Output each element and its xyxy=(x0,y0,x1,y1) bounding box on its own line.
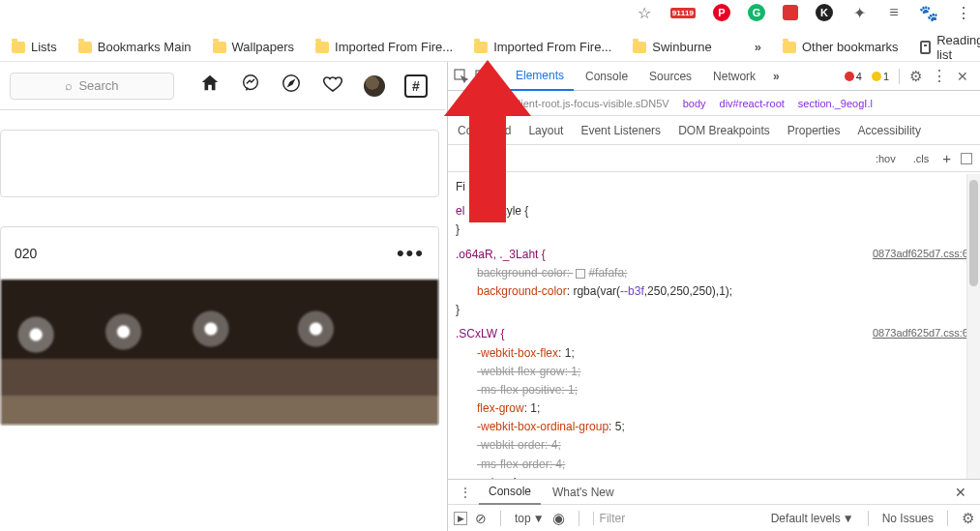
bookmark-label: Bookmarks Main xyxy=(98,40,192,54)
folder-icon xyxy=(474,42,488,53)
css-declaration[interactable]: -ms-flex-positive: 1; xyxy=(456,381,972,399)
live-expression-icon[interactable]: ◉ xyxy=(552,510,565,527)
bookmark-folder[interactable]: Imported From Fire... xyxy=(315,40,453,54)
css-declaration[interactable]: -ms-flex-order: 4; xyxy=(456,456,972,474)
activity-heart-icon[interactable] xyxy=(321,72,344,101)
devtools-menu-icon[interactable]: ⋮ xyxy=(932,67,947,85)
css-declaration[interactable]: -webkit-box-ordinal-group: 5; xyxy=(456,418,972,436)
reading-list-icon[interactable]: ≡ xyxy=(885,4,903,21)
css-declaration[interactable]: -webkit-box-flex: 1; xyxy=(456,344,972,363)
extension-red-icon[interactable] xyxy=(783,5,798,20)
reading-list-label: Reading list xyxy=(936,33,980,62)
gmail-badge[interactable]: 91119 xyxy=(670,8,696,18)
post-date: 020 xyxy=(15,246,37,261)
bookmark-label: Wallpapers xyxy=(232,40,295,54)
page-content: ⌕ Search # 020 ••• xyxy=(0,62,445,531)
extensions-icon[interactable]: ✦ xyxy=(850,4,868,21)
css-declaration[interactable]: background-color: rgba(var(--b3f,250,250… xyxy=(456,282,972,301)
console-settings-icon[interactable]: ⚙ xyxy=(962,510,974,527)
grammarly-icon[interactable]: G xyxy=(748,4,765,21)
issues-button[interactable]: No Issues xyxy=(882,512,934,525)
subtab-accessibility[interactable]: Accessibility xyxy=(858,124,921,137)
extension-k-icon[interactable]: K xyxy=(816,4,833,21)
scrollbar-thumb[interactable] xyxy=(969,180,978,286)
rule-selector: .SCxLW { xyxy=(456,327,504,340)
style-rule: 0873adf625d7.css:6 .SCxLW { -webkit-box-… xyxy=(456,325,972,479)
css-declaration[interactable]: flex-grow: 1; xyxy=(456,399,972,418)
hov-toggle[interactable]: :hov xyxy=(872,152,900,165)
style-rule: Fi xyxy=(456,178,972,196)
bookmark-label: Imported From Fire... xyxy=(335,40,453,54)
bookmark-label: Other bookmarks xyxy=(802,40,899,54)
devtools-drawer: ⋮ Console What's New ✕ ▶ ⊘ top ▼ ◉ Filte… xyxy=(448,479,980,531)
hashtag-button[interactable]: # xyxy=(404,74,428,98)
log-levels-selector[interactable]: Default levels ▼ xyxy=(771,512,854,525)
warning-count[interactable]: 1 xyxy=(872,71,889,82)
search-icon: ⌕ xyxy=(65,78,73,93)
rule-selector: .o64aR, ._3Laht { xyxy=(456,248,546,261)
scrollbar[interactable] xyxy=(966,174,980,479)
drawer-tab-console[interactable]: Console xyxy=(479,480,541,505)
app-topbar: ⌕ Search # xyxy=(0,62,445,110)
context-selector[interactable]: top ▼ xyxy=(515,512,545,525)
bookmark-folder[interactable]: Wallpapers xyxy=(213,40,295,54)
source-link[interactable]: 0873adf625d7.css:6 xyxy=(873,246,968,263)
bookmark-folder[interactable]: Swinburne xyxy=(633,40,711,54)
folder-icon xyxy=(213,42,226,53)
bookmark-folder[interactable]: Lists xyxy=(12,40,57,54)
post-image[interactable] xyxy=(1,280,438,425)
source-link[interactable]: 0873adf625d7.css:6 xyxy=(873,325,968,342)
subtab-dom-breakpoints[interactable]: DOM Breakpoints xyxy=(678,124,770,137)
stories-strip[interactable] xyxy=(0,130,439,197)
bookmark-label: Imported From Fire... xyxy=(493,40,611,54)
explore-icon[interactable] xyxy=(281,73,302,100)
subtab-event-listeners[interactable]: Event Listeners xyxy=(580,124,661,137)
chrome-menu-icon[interactable]: ⋮ xyxy=(955,4,972,21)
folder-icon xyxy=(633,42,646,53)
style-rule: 0873adf625d7.css:6 .o64aR, ._3Laht { bac… xyxy=(456,246,972,320)
tabs-overflow[interactable]: » xyxy=(767,70,786,83)
post-more-button[interactable]: ••• xyxy=(397,241,425,266)
pinterest-icon[interactable]: P xyxy=(713,4,730,21)
crumb-item[interactable]: body xyxy=(683,98,706,109)
drawer-close-icon[interactable]: ✕ xyxy=(947,485,974,500)
crumb-item[interactable]: div#react-root xyxy=(720,98,785,109)
bookmark-folder[interactable]: Bookmarks Main xyxy=(78,40,192,54)
settings-gear-icon[interactable]: ⚙ xyxy=(909,68,922,85)
css-declaration[interactable]: -webkit-flex-grow: 1; xyxy=(456,363,972,381)
bookmark-label: Swinburne xyxy=(652,40,711,54)
cls-toggle[interactable]: .cls xyxy=(909,152,934,165)
close-devtools-icon[interactable]: ✕ xyxy=(957,69,968,84)
profile-avatar[interactable] xyxy=(364,75,385,97)
bookmark-star-icon[interactable]: ☆ xyxy=(636,4,653,21)
annotation-arrow xyxy=(444,60,531,222)
bookmark-folder[interactable]: Imported From Fire... xyxy=(474,40,611,54)
bookmarks-overflow[interactable]: » xyxy=(755,40,761,54)
tab-console[interactable]: Console xyxy=(576,62,638,91)
bookmark-label: Lists xyxy=(31,40,57,54)
paw-icon[interactable]: 🐾 xyxy=(920,4,937,21)
folder-icon xyxy=(12,42,25,53)
folder-icon xyxy=(783,42,796,53)
console-filter-input[interactable]: Filter xyxy=(593,512,680,525)
tab-sources[interactable]: Sources xyxy=(639,62,701,91)
search-input[interactable]: ⌕ Search xyxy=(10,73,174,100)
drawer-menu-icon[interactable]: ⋮ xyxy=(454,486,477,499)
other-bookmarks[interactable]: Other bookmarks xyxy=(783,40,899,54)
css-declaration[interactable]: background-color: #fafafa; xyxy=(456,264,972,282)
drawer-tab-whatsnew[interactable]: What's New xyxy=(543,480,624,505)
crumb-item[interactable]: section._9eogI.l xyxy=(798,98,873,109)
console-sidebar-icon[interactable]: ▶ xyxy=(454,512,467,525)
css-declaration[interactable]: -webkit-order: 4; xyxy=(456,436,972,455)
reading-list-button[interactable]: Reading list xyxy=(920,33,980,62)
messenger-icon[interactable] xyxy=(240,73,261,100)
home-icon[interactable] xyxy=(199,73,221,100)
computed-toggle-icon[interactable] xyxy=(961,153,972,164)
tab-network[interactable]: Network xyxy=(703,62,765,91)
subtab-properties[interactable]: Properties xyxy=(787,124,841,137)
error-count[interactable]: 4 xyxy=(845,71,862,82)
new-rule-icon[interactable]: + xyxy=(942,150,951,166)
subtab-layout[interactable]: Layout xyxy=(528,124,563,137)
color-swatch-icon[interactable] xyxy=(576,269,585,279)
clear-console-icon[interactable]: ⊘ xyxy=(475,511,487,526)
